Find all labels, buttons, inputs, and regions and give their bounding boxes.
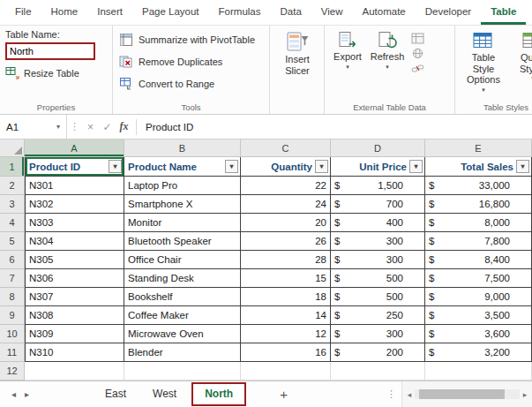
new-sheet-button[interactable]: + bbox=[273, 387, 295, 402]
summarize-with-pivottable-button[interactable]: Summarize with PivotTable bbox=[116, 28, 266, 50]
cell-D4[interactable]: $400 bbox=[331, 214, 425, 232]
sheet-nav-left-icon[interactable]: ◂ bbox=[7, 389, 20, 399]
select-all-button[interactable] bbox=[0, 139, 25, 157]
open-in-browser-icon[interactable] bbox=[411, 48, 424, 59]
name-box[interactable]: A1 ▾ bbox=[0, 115, 67, 139]
cell-B8[interactable]: Bookshelf bbox=[124, 288, 241, 306]
cell-C1[interactable]: Quantity ▾ bbox=[241, 157, 331, 177]
table-name-input[interactable] bbox=[5, 42, 95, 60]
insert-function-icon[interactable]: fx bbox=[116, 120, 132, 133]
cell-C6[interactable]: 28 bbox=[241, 251, 331, 269]
column-header-D[interactable]: D bbox=[331, 139, 425, 157]
ribbon-tab-automate[interactable]: Automate bbox=[353, 0, 416, 25]
cell-E7[interactable]: $7,500 bbox=[425, 269, 532, 288]
cell-E10[interactable]: $3,600 bbox=[425, 325, 532, 343]
filter-button-quantity[interactable]: ▾ bbox=[315, 160, 328, 173]
ribbon-tab-developer[interactable]: Developer bbox=[416, 0, 481, 25]
cell-D5[interactable]: $300 bbox=[331, 232, 425, 251]
enter-icon[interactable]: ✓ bbox=[99, 121, 116, 133]
ribbon-tab-table[interactable]: Table bbox=[481, 0, 526, 25]
cell-C7[interactable]: 15 bbox=[241, 269, 331, 288]
filter-button-product-id[interactable]: ▾ bbox=[109, 160, 122, 173]
scrollbar-thumb[interactable] bbox=[419, 389, 506, 399]
row-header-11[interactable]: 11 bbox=[0, 343, 25, 362]
cell-D12[interactable] bbox=[331, 362, 425, 381]
cell-B11[interactable]: Blender bbox=[124, 343, 241, 362]
cell-A11[interactable]: N310 bbox=[25, 343, 124, 362]
column-header-B[interactable]: B bbox=[124, 139, 241, 157]
cell-A2[interactable]: N301 bbox=[25, 177, 124, 195]
cell-C4[interactable]: 20 bbox=[241, 214, 331, 232]
row-header-2[interactable]: 2 bbox=[0, 177, 25, 195]
export-button[interactable]: Export ▾ bbox=[328, 28, 367, 70]
filter-button-product-name[interactable]: ▾ bbox=[225, 160, 238, 173]
cell-C2[interactable]: 22 bbox=[241, 177, 331, 195]
ribbon-tab-page-layout[interactable]: Page Layout bbox=[132, 0, 209, 25]
cell-E9[interactable]: $3,500 bbox=[425, 306, 532, 325]
cell-C5[interactable]: 26 bbox=[241, 232, 331, 251]
cell-D3[interactable]: $700 bbox=[331, 195, 425, 214]
filter-button-unit-price[interactable]: ▾ bbox=[409, 160, 423, 173]
cell-C11[interactable]: 16 bbox=[241, 343, 331, 362]
cell-B10[interactable]: Microwave Oven bbox=[124, 325, 241, 343]
cell-A10[interactable]: N309 bbox=[25, 325, 124, 343]
row-header-6[interactable]: 6 bbox=[0, 251, 25, 269]
convert-to-range-button[interactable]: Convert to Range bbox=[116, 72, 266, 94]
cell-B2[interactable]: Laptop Pro bbox=[124, 177, 241, 195]
ribbon-tab-data[interactable]: Data bbox=[271, 0, 311, 25]
cell-A4[interactable]: N303 bbox=[25, 214, 124, 232]
cell-B3[interactable]: Smartphone X bbox=[124, 195, 241, 214]
cell-E12[interactable] bbox=[425, 362, 532, 381]
cell-C3[interactable]: 24 bbox=[241, 195, 331, 214]
cell-E3[interactable]: $16,800 bbox=[425, 195, 532, 214]
cell-E8[interactable]: $9,000 bbox=[425, 288, 532, 306]
cell-A5[interactable]: N304 bbox=[25, 232, 124, 251]
row-header-4[interactable]: 4 bbox=[0, 214, 25, 232]
row-header-3[interactable]: 3 bbox=[0, 195, 25, 214]
column-header-C[interactable]: C bbox=[241, 139, 331, 157]
insert-slicer-button[interactable]: Insert Slicer bbox=[273, 28, 321, 76]
ribbon-tab-formulas[interactable]: Formulas bbox=[209, 0, 271, 25]
cell-E6[interactable]: $8,400 bbox=[425, 251, 532, 269]
cell-D11[interactable]: $200 bbox=[331, 343, 425, 362]
cell-C12[interactable] bbox=[241, 362, 331, 381]
row-header-9[interactable]: 9 bbox=[0, 306, 25, 325]
quick-styles-button[interactable]: Quick Styles ▾ bbox=[508, 28, 532, 81]
row-header-5[interactable]: 5 bbox=[0, 232, 25, 251]
cell-D8[interactable]: $500 bbox=[331, 288, 425, 306]
sheet-bar-options-icon[interactable]: ⋮ bbox=[381, 388, 401, 400]
cell-E11[interactable]: $3,200 bbox=[425, 343, 532, 362]
row-header-8[interactable]: 8 bbox=[0, 288, 25, 306]
cell-D1[interactable]: Unit Price ▾ bbox=[331, 157, 425, 177]
row-header-1[interactable]: 1 bbox=[0, 157, 25, 177]
sheet-nav-right-icon[interactable]: ▸ bbox=[20, 389, 34, 399]
sheet-tab-west[interactable]: West bbox=[139, 381, 190, 407]
scroll-left-icon[interactable]: ◂ bbox=[404, 390, 415, 399]
cell-E4[interactable]: $8,000 bbox=[425, 214, 532, 232]
ribbon-tab-view[interactable]: View bbox=[311, 0, 353, 25]
cell-B4[interactable]: Monitor bbox=[124, 214, 241, 232]
cell-B6[interactable]: Office Chair bbox=[124, 251, 241, 269]
cell-C8[interactable]: 18 bbox=[241, 288, 331, 306]
cell-B1[interactable]: Product Name ▾ bbox=[124, 157, 241, 177]
cell-B9[interactable]: Coffee Maker bbox=[124, 306, 241, 325]
cell-A12[interactable] bbox=[25, 362, 124, 381]
column-header-E[interactable]: E bbox=[425, 139, 532, 157]
cell-B5[interactable]: Bluetooth Speaker bbox=[124, 232, 241, 251]
cell-A6[interactable]: N305 bbox=[25, 251, 124, 269]
unlink-icon[interactable] bbox=[411, 63, 424, 74]
ribbon-tab-insert[interactable]: Insert bbox=[87, 0, 132, 25]
ribbon-tab-file[interactable]: File bbox=[5, 0, 41, 25]
cell-D10[interactable]: $300 bbox=[331, 325, 425, 343]
cell-A1[interactable]: Product ID ▾ bbox=[25, 157, 124, 177]
data-range-properties-icon[interactable] bbox=[411, 33, 424, 44]
remove-duplicates-button[interactable]: Remove Duplicates bbox=[116, 50, 266, 72]
refresh-button[interactable]: Refresh ▾ bbox=[367, 28, 408, 70]
cell-E1[interactable]: Total Sales ▾ bbox=[425, 157, 532, 177]
resize-table-button[interactable]: Resize Table bbox=[4, 64, 109, 82]
cell-D7[interactable]: $500 bbox=[331, 269, 425, 288]
cell-A9[interactable]: N308 bbox=[25, 306, 124, 325]
cancel-icon[interactable]: × bbox=[82, 121, 99, 133]
cell-E2[interactable]: $33,000 bbox=[425, 177, 532, 195]
row-header-7[interactable]: 7 bbox=[0, 269, 25, 288]
